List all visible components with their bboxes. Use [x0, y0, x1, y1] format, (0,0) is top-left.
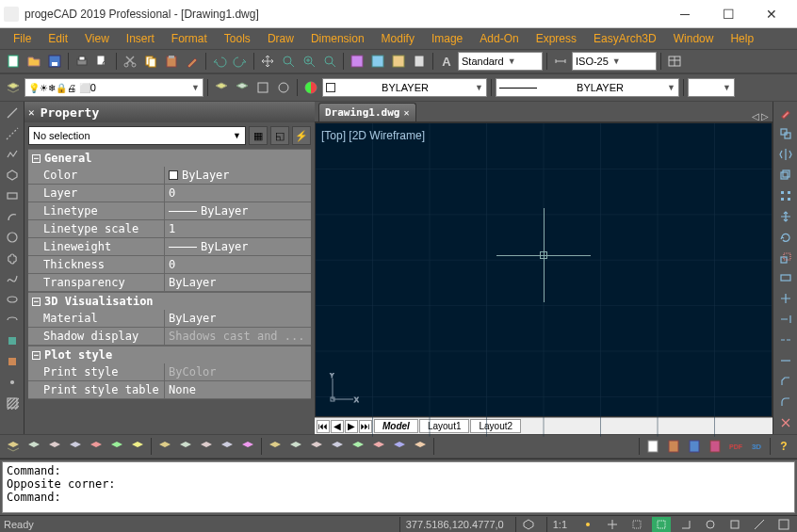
render-16-icon[interactable]	[328, 437, 347, 456]
render-17-icon[interactable]	[349, 437, 367, 456]
tool-palettes-icon[interactable]	[389, 52, 408, 71]
render-9-icon[interactable]	[176, 437, 195, 456]
maximize-button[interactable]: ☐	[707, 1, 750, 27]
category-plot-style[interactable]: −Plot style	[28, 346, 311, 363]
layer-combo[interactable]: 💡☀❄🔒🖨 ⬜ 0▼	[24, 78, 203, 97]
lineweight-combo[interactable]: ▼	[688, 78, 735, 97]
array-icon[interactable]	[776, 186, 795, 205]
ellipse-arc-icon[interactable]	[3, 311, 22, 330]
linetype-combo[interactable]: BYLAYER▼	[496, 78, 679, 97]
zoom-realtime-icon[interactable]	[279, 52, 298, 71]
arc-icon[interactable]	[3, 207, 22, 226]
polygon-icon[interactable]	[3, 166, 22, 185]
prop-row-transparency[interactable]: TransparencyByLayer	[28, 274, 311, 292]
menu-easyarch3d[interactable]: EasyArch3D	[586, 30, 664, 47]
spline-icon[interactable]	[3, 269, 22, 288]
prop-row-layer[interactable]: Layer0	[28, 185, 311, 202]
insert-block-icon[interactable]	[3, 331, 22, 350]
join-icon[interactable]	[776, 351, 795, 370]
render-10-icon[interactable]	[197, 437, 216, 456]
point-icon[interactable]	[3, 373, 22, 392]
render-7-icon[interactable]	[128, 437, 147, 456]
toggle-pickadd-icon[interactable]: ▦	[249, 126, 268, 145]
pan-icon[interactable]	[258, 52, 277, 71]
status-ratio[interactable]: 1:1	[546, 517, 573, 532]
render-19-icon[interactable]	[390, 437, 409, 456]
redo-icon[interactable]	[231, 52, 250, 71]
prop-row-shadow-display[interactable]: Shadow displayShadows cast and ...	[28, 328, 311, 346]
design-center-icon[interactable]	[368, 52, 387, 71]
match-properties-icon[interactable]	[183, 52, 202, 71]
lwt-icon[interactable]	[725, 517, 744, 532]
menu-draw[interactable]: Draw	[260, 30, 301, 47]
tab-prev-icon[interactable]: ◁	[752, 111, 759, 121]
ortho-icon[interactable]	[627, 517, 646, 532]
explode-icon[interactable]	[776, 413, 795, 432]
copy-icon[interactable]	[776, 124, 795, 143]
calculator-icon[interactable]	[410, 52, 429, 71]
select-objects-icon[interactable]: ◱	[270, 126, 289, 145]
layer-previous-icon[interactable]	[212, 78, 231, 97]
text-style-combo[interactable]: Standard▼	[458, 52, 543, 71]
prop-row-material[interactable]: MaterialByLayer	[28, 310, 311, 328]
move-icon[interactable]	[776, 207, 795, 226]
drawing-canvas[interactable]: [Top] [2D Wireframe] YX	[315, 122, 773, 417]
export-icon-3[interactable]	[685, 437, 704, 456]
properties-icon[interactable]	[348, 52, 366, 71]
prop-row-thickness[interactable]: Thickness0	[28, 256, 311, 274]
render-3-icon[interactable]	[45, 437, 64, 456]
render-icon[interactable]	[4, 437, 23, 456]
model-icon[interactable]	[774, 517, 793, 532]
make-block-icon[interactable]	[3, 352, 22, 371]
close-tab-icon[interactable]: ✕	[403, 107, 409, 118]
close-button[interactable]: ✕	[750, 1, 793, 27]
line-icon[interactable]	[3, 104, 22, 122]
revision-cloud-icon[interactable]	[3, 249, 22, 267]
render-20-icon[interactable]	[411, 437, 430, 456]
menu-insert[interactable]: Insert	[119, 30, 162, 47]
render-4-icon[interactable]	[66, 437, 85, 456]
zoom-previous-icon[interactable]	[320, 52, 339, 71]
category-3d-visualisation[interactable]: −3D Visualisation	[28, 292, 311, 310]
layer-manager-icon[interactable]	[4, 78, 23, 97]
copy-icon[interactable]	[141, 52, 160, 71]
dim-style-icon[interactable]	[551, 52, 570, 71]
cut-icon[interactable]	[121, 52, 139, 71]
menu-edit[interactable]: Edit	[41, 30, 75, 47]
new-icon[interactable]	[4, 52, 23, 71]
rectangle-icon[interactable]	[3, 186, 22, 205]
command-text[interactable]: Command: Opposite corner: Command:	[2, 461, 795, 513]
circle-icon[interactable]	[3, 228, 22, 247]
print-preview-icon[interactable]	[93, 52, 112, 71]
render-15-icon[interactable]	[307, 437, 326, 456]
render-8-icon[interactable]	[155, 437, 174, 456]
category-general[interactable]: −General	[28, 149, 311, 167]
selection-combo[interactable]: No selection▼	[28, 126, 246, 145]
layer-iso-icon[interactable]	[253, 78, 272, 97]
hatch-icon[interactable]	[3, 394, 22, 412]
minimize-button[interactable]: ─	[663, 1, 707, 27]
mirror-icon[interactable]	[776, 145, 795, 164]
chamfer-icon[interactable]	[776, 372, 795, 391]
grid-icon[interactable]	[603, 517, 622, 532]
menu-express[interactable]: Express	[529, 30, 584, 47]
render-14-icon[interactable]	[286, 437, 305, 456]
polyline-icon[interactable]	[3, 145, 22, 164]
layer-walk-icon[interactable]	[274, 78, 293, 97]
ellipse-icon[interactable]	[3, 290, 22, 309]
dim-style-combo[interactable]: ISO-25▼	[572, 52, 657, 71]
menu-addon[interactable]: Add-On	[472, 30, 526, 47]
fillet-icon[interactable]	[776, 393, 795, 411]
render-5-icon[interactable]	[87, 437, 106, 456]
help-icon[interactable]: ?	[774, 437, 793, 456]
render-2-icon[interactable]	[24, 437, 43, 456]
snap-icon[interactable]	[578, 517, 597, 532]
close-panel-icon[interactable]: ✕	[28, 106, 35, 119]
open-icon[interactable]	[24, 52, 43, 71]
polar-icon[interactable]	[652, 517, 671, 532]
tab-next-icon[interactable]: ▷	[761, 111, 769, 121]
render-12-icon[interactable]	[238, 437, 257, 456]
dyn-icon[interactable]	[750, 517, 769, 532]
break-icon[interactable]	[776, 330, 795, 349]
prop-row-print-style[interactable]: Print styleByColor	[28, 363, 311, 381]
